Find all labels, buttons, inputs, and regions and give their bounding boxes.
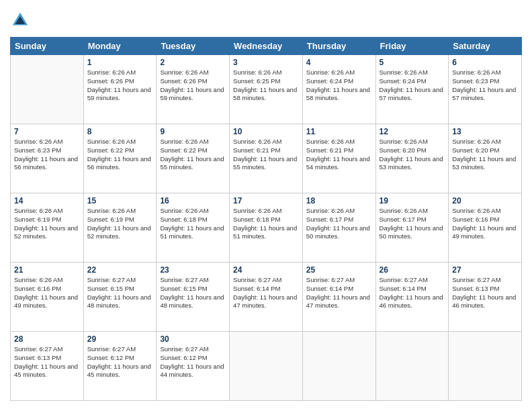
day-info: Sunrise: 6:27 AMSunset: 6:14 PMDaylight:… bbox=[380, 276, 445, 310]
day-number: 15 bbox=[87, 196, 153, 205]
day-info: Sunrise: 6:26 AMSunset: 6:23 PMDaylight:… bbox=[14, 138, 80, 172]
calendar-cell: 25 Sunrise: 6:27 AMSunset: 6:14 PMDaylig… bbox=[302, 263, 375, 332]
day-number: 3 bbox=[233, 58, 299, 67]
day-info: Sunrise: 6:26 AMSunset: 6:19 PMDaylight:… bbox=[14, 207, 80, 241]
day-info: Sunrise: 6:26 AMSunset: 6:19 PMDaylight:… bbox=[87, 207, 153, 241]
day-number: 26 bbox=[380, 265, 445, 275]
calendar-day-header: Monday bbox=[83, 38, 157, 55]
calendar-cell: 2 Sunrise: 6:26 AMSunset: 6:26 PMDayligh… bbox=[157, 55, 230, 124]
calendar-cell: 23 Sunrise: 6:27 AMSunset: 6:15 PMDaylig… bbox=[157, 263, 230, 332]
calendar: SundayMondayTuesdayWednesdayThursdayFrid… bbox=[10, 37, 522, 401]
day-info: Sunrise: 6:26 AMSunset: 6:25 PMDaylight:… bbox=[233, 68, 299, 103]
day-number: 22 bbox=[87, 265, 153, 275]
day-number: 5 bbox=[380, 58, 445, 67]
day-info: Sunrise: 6:26 AMSunset: 6:18 PMDaylight:… bbox=[233, 207, 299, 241]
calendar-day-header: Tuesday bbox=[157, 38, 230, 55]
day-info: Sunrise: 6:26 AMSunset: 6:26 PMDaylight:… bbox=[87, 68, 153, 103]
day-info: Sunrise: 6:26 AMSunset: 6:16 PMDaylight:… bbox=[452, 207, 518, 241]
calendar-day-header: Thursday bbox=[302, 38, 375, 55]
calendar-cell bbox=[375, 332, 449, 401]
logo bbox=[10, 10, 34, 30]
day-number: 13 bbox=[452, 127, 518, 136]
calendar-cell: 21 Sunrise: 6:26 AMSunset: 6:16 PMDaylig… bbox=[11, 263, 84, 332]
day-number: 8 bbox=[87, 127, 153, 136]
calendar-week-row: 21 Sunrise: 6:26 AMSunset: 6:16 PMDaylig… bbox=[11, 263, 522, 332]
calendar-cell: 18 Sunrise: 6:26 AMSunset: 6:17 PMDaylig… bbox=[302, 193, 375, 263]
day-info: Sunrise: 6:26 AMSunset: 6:24 PMDaylight:… bbox=[380, 68, 445, 103]
calendar-week-row: 7 Sunrise: 6:26 AMSunset: 6:23 PMDayligh… bbox=[11, 124, 522, 193]
day-number: 18 bbox=[306, 196, 372, 205]
calendar-day-header: Saturday bbox=[449, 38, 522, 55]
day-info: Sunrise: 6:26 AMSunset: 6:20 PMDaylight:… bbox=[452, 138, 518, 172]
day-number: 12 bbox=[380, 127, 445, 136]
calendar-cell: 27 Sunrise: 6:27 AMSunset: 6:13 PMDaylig… bbox=[449, 263, 522, 332]
day-number: 1 bbox=[87, 58, 153, 67]
day-info: Sunrise: 6:26 AMSunset: 6:17 PMDaylight:… bbox=[306, 207, 372, 241]
calendar-cell: 19 Sunrise: 6:26 AMSunset: 6:17 PMDaylig… bbox=[375, 193, 449, 263]
calendar-cell bbox=[302, 332, 375, 401]
calendar-cell: 29 Sunrise: 6:27 AMSunset: 6:12 PMDaylig… bbox=[83, 332, 157, 401]
calendar-cell: 4 Sunrise: 6:26 AMSunset: 6:24 PMDayligh… bbox=[302, 55, 375, 124]
calendar-cell: 30 Sunrise: 6:27 AMSunset: 6:12 PMDaylig… bbox=[157, 332, 230, 401]
day-info: Sunrise: 6:27 AMSunset: 6:15 PMDaylight:… bbox=[160, 276, 226, 310]
day-info: Sunrise: 6:26 AMSunset: 6:18 PMDaylight:… bbox=[160, 207, 226, 241]
day-number: 2 bbox=[160, 58, 226, 67]
calendar-cell: 20 Sunrise: 6:26 AMSunset: 6:16 PMDaylig… bbox=[449, 193, 522, 263]
day-info: Sunrise: 6:27 AMSunset: 6:13 PMDaylight:… bbox=[452, 276, 518, 310]
day-number: 9 bbox=[160, 127, 226, 136]
day-info: Sunrise: 6:26 AMSunset: 6:22 PMDaylight:… bbox=[160, 138, 226, 172]
day-info: Sunrise: 6:26 AMSunset: 6:26 PMDaylight:… bbox=[160, 68, 226, 103]
day-number: 19 bbox=[380, 196, 445, 205]
calendar-cell: 22 Sunrise: 6:27 AMSunset: 6:15 PMDaylig… bbox=[83, 263, 157, 332]
day-info: Sunrise: 6:26 AMSunset: 6:16 PMDaylight:… bbox=[14, 276, 80, 310]
calendar-cell: 14 Sunrise: 6:26 AMSunset: 6:19 PMDaylig… bbox=[11, 193, 84, 263]
calendar-cell: 8 Sunrise: 6:26 AMSunset: 6:22 PMDayligh… bbox=[83, 124, 157, 193]
calendar-cell bbox=[11, 55, 84, 124]
day-number: 14 bbox=[14, 196, 80, 205]
calendar-cell: 15 Sunrise: 6:26 AMSunset: 6:19 PMDaylig… bbox=[83, 193, 157, 263]
day-number: 25 bbox=[306, 265, 372, 275]
calendar-week-row: 1 Sunrise: 6:26 AMSunset: 6:26 PMDayligh… bbox=[11, 55, 522, 124]
logo-icon bbox=[10, 10, 30, 30]
calendar-cell: 5 Sunrise: 6:26 AMSunset: 6:24 PMDayligh… bbox=[375, 55, 449, 124]
day-number: 17 bbox=[233, 196, 299, 205]
calendar-cell: 28 Sunrise: 6:27 AMSunset: 6:13 PMDaylig… bbox=[11, 332, 84, 401]
day-info: Sunrise: 6:26 AMSunset: 6:20 PMDaylight:… bbox=[380, 138, 445, 172]
day-info: Sunrise: 6:27 AMSunset: 6:12 PMDaylight:… bbox=[160, 345, 226, 379]
calendar-week-row: 28 Sunrise: 6:27 AMSunset: 6:13 PMDaylig… bbox=[11, 332, 522, 401]
calendar-cell: 17 Sunrise: 6:26 AMSunset: 6:18 PMDaylig… bbox=[230, 193, 303, 263]
calendar-cell: 11 Sunrise: 6:26 AMSunset: 6:21 PMDaylig… bbox=[302, 124, 375, 193]
calendar-cell: 10 Sunrise: 6:26 AMSunset: 6:21 PMDaylig… bbox=[230, 124, 303, 193]
header bbox=[10, 10, 522, 30]
day-info: Sunrise: 6:26 AMSunset: 6:24 PMDaylight:… bbox=[306, 68, 372, 103]
day-number: 24 bbox=[233, 265, 299, 275]
day-info: Sunrise: 6:26 AMSunset: 6:21 PMDaylight:… bbox=[233, 138, 299, 172]
day-number: 11 bbox=[306, 127, 372, 136]
day-number: 21 bbox=[14, 265, 80, 275]
day-info: Sunrise: 6:26 AMSunset: 6:22 PMDaylight:… bbox=[87, 138, 153, 172]
calendar-week-row: 14 Sunrise: 6:26 AMSunset: 6:19 PMDaylig… bbox=[11, 193, 522, 263]
calendar-cell: 16 Sunrise: 6:26 AMSunset: 6:18 PMDaylig… bbox=[157, 193, 230, 263]
day-info: Sunrise: 6:27 AMSunset: 6:15 PMDaylight:… bbox=[87, 276, 153, 310]
day-info: Sunrise: 6:26 AMSunset: 6:23 PMDaylight:… bbox=[452, 68, 518, 103]
day-info: Sunrise: 6:27 AMSunset: 6:14 PMDaylight:… bbox=[233, 276, 299, 310]
day-number: 20 bbox=[452, 196, 518, 205]
calendar-day-header: Sunday bbox=[11, 38, 84, 55]
day-info: Sunrise: 6:26 AMSunset: 6:17 PMDaylight:… bbox=[380, 207, 445, 241]
day-number: 10 bbox=[233, 127, 299, 136]
day-number: 29 bbox=[87, 334, 153, 344]
calendar-cell: 1 Sunrise: 6:26 AMSunset: 6:26 PMDayligh… bbox=[83, 55, 157, 124]
calendar-cell bbox=[230, 332, 303, 401]
calendar-cell: 13 Sunrise: 6:26 AMSunset: 6:20 PMDaylig… bbox=[449, 124, 522, 193]
calendar-cell: 3 Sunrise: 6:26 AMSunset: 6:25 PMDayligh… bbox=[230, 55, 303, 124]
day-number: 16 bbox=[160, 196, 226, 205]
calendar-cell bbox=[449, 332, 522, 401]
calendar-cell: 26 Sunrise: 6:27 AMSunset: 6:14 PMDaylig… bbox=[375, 263, 449, 332]
calendar-cell: 9 Sunrise: 6:26 AMSunset: 6:22 PMDayligh… bbox=[157, 124, 230, 193]
calendar-day-header: Friday bbox=[375, 38, 449, 55]
calendar-header-row: SundayMondayTuesdayWednesdayThursdayFrid… bbox=[11, 38, 522, 55]
page: SundayMondayTuesdayWednesdayThursdayFrid… bbox=[0, 0, 532, 411]
day-number: 4 bbox=[306, 58, 372, 67]
calendar-cell: 7 Sunrise: 6:26 AMSunset: 6:23 PMDayligh… bbox=[11, 124, 84, 193]
day-number: 7 bbox=[14, 127, 80, 136]
